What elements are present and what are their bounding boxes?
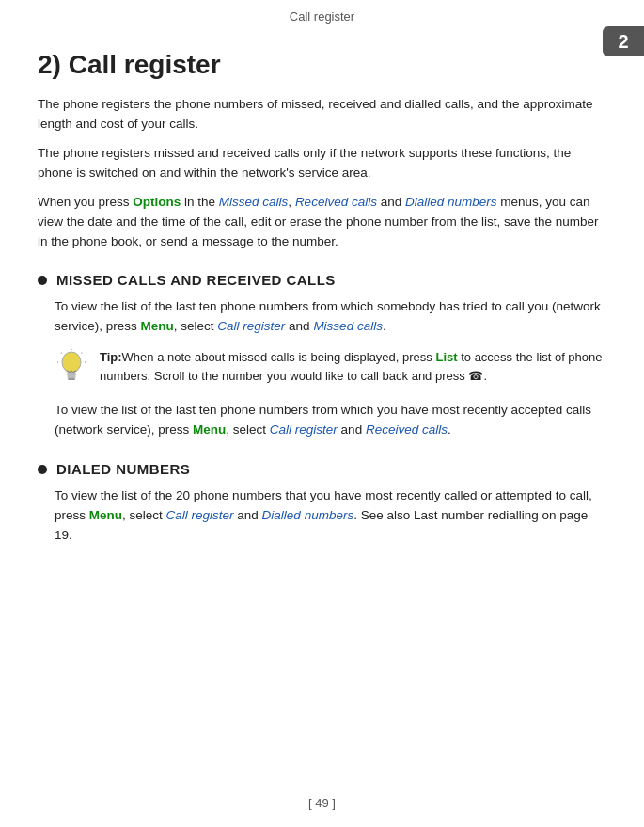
page-header: Call register [38, 0, 606, 29]
options-prefix: When you press [38, 195, 133, 209]
svg-rect-8 [68, 378, 75, 380]
chapter-badge: 2 [603, 26, 644, 56]
missed-calls-para2: To view the list of the last ten phone n… [55, 401, 606, 440]
mc-suffix: . [383, 319, 386, 333]
missed-calls-link: Missed calls [219, 195, 289, 209]
tip-text-1: When a note about missed calls is being … [122, 350, 436, 364]
mc-and1: and [285, 319, 313, 333]
dn-link2: Dialled numbers [262, 508, 354, 522]
dn-comma1: , select [122, 508, 166, 522]
svg-line-5 [82, 353, 83, 354]
dialled-numbers-link: Dialled numbers [405, 195, 497, 209]
mc2-link2: Received calls [366, 422, 448, 437]
tip-text: Tip:When a note about missed calls is be… [100, 348, 606, 386]
page-title: 2) Call register [38, 50, 606, 80]
section-heading-dialed: DIALED NUMBERS [55, 461, 606, 477]
dn-and1: and [234, 508, 262, 522]
svg-rect-7 [68, 375, 76, 378]
dn-link1: Call register [166, 508, 234, 522]
options-paragraph: When you press Options in the Missed cal… [38, 193, 606, 252]
received-calls-link: Received calls [295, 195, 377, 209]
mc2-link1: Call register [270, 422, 338, 437]
tip-icon [55, 348, 88, 390]
section-dialed-numbers: DIALED NUMBERS To view the list of the 2… [38, 461, 606, 546]
mc-menu1: Menu [141, 319, 174, 333]
section-heading-missed-received: MISSED CALLS AND RECEIVED CALLS [55, 272, 606, 288]
options-keyword: Options [133, 195, 181, 209]
mc-link1: Call register [217, 319, 285, 333]
missed-calls-para1: To view the list of the last ten phone n… [55, 297, 606, 337]
dn-menu1: Menu [89, 508, 122, 522]
page-number: [ 49 ] [308, 796, 336, 810]
mc2-comma1: , select [226, 422, 270, 437]
page-container: Call register 2 2) Call register The pho… [0, 0, 644, 827]
svg-rect-6 [67, 373, 76, 375]
tip-box: Tip:When a note about missed calls is be… [55, 348, 606, 390]
dialed-numbers-para: To view the list of the 20 phone numbers… [55, 486, 606, 546]
tip-phone-sym: ☎ [468, 369, 483, 383]
tip-label: Tip: [100, 350, 122, 364]
header-title: Call register [290, 9, 354, 24]
lightbulb-icon [56, 349, 86, 389]
mc2-suffix: . [448, 422, 451, 437]
options-in-the: in the [181, 195, 219, 209]
options-and: and [377, 195, 405, 209]
section-heading-missed-received-text: MISSED CALLS AND RECEIVED CALLS [56, 272, 336, 288]
mc2-menu1: Menu [193, 422, 226, 437]
mc2-and1: and [338, 422, 366, 437]
page-footer: [ 49 ] [0, 796, 644, 810]
section-missed-received: MISSED CALLS AND RECEIVED CALLS To view … [38, 272, 606, 440]
tip-text-3: . [483, 369, 487, 383]
bullet-dot-2 [38, 465, 47, 474]
section-heading-dialed-text: DIALED NUMBERS [56, 461, 190, 477]
options-comma1: , [288, 195, 295, 209]
bullet-dot-1 [38, 276, 47, 285]
mc-link2: Missed calls [313, 319, 383, 333]
mc-comma1: , select [174, 319, 218, 333]
intro-paragraph-1: The phone registers the phone numbers of… [38, 95, 606, 135]
svg-line-4 [61, 353, 62, 354]
intro-paragraph-2: The phone registers missed and received … [38, 144, 606, 183]
tip-list-link: List [435, 350, 457, 364]
